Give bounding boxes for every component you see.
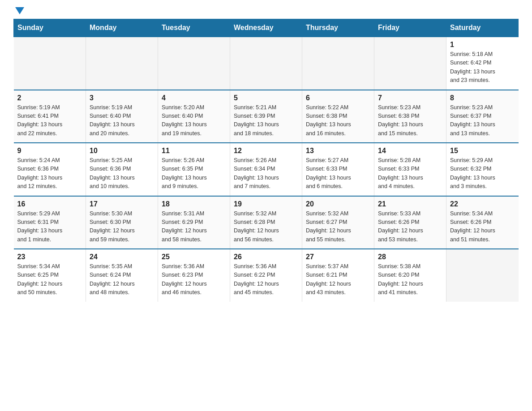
logo-triangle-icon bbox=[15, 7, 24, 14]
day-info: Sunrise: 5:23 AM Sunset: 6:38 PM Dayligh… bbox=[378, 103, 442, 138]
calendar-cell: 13Sunrise: 5:27 AM Sunset: 6:33 PM Dayli… bbox=[302, 143, 374, 196]
day-info: Sunrise: 5:20 AM Sunset: 6:40 PM Dayligh… bbox=[162, 103, 226, 138]
calendar-week-row: 23Sunrise: 5:34 AM Sunset: 6:25 PM Dayli… bbox=[14, 249, 519, 302]
weekday-header-monday: Monday bbox=[86, 19, 158, 37]
day-info: Sunrise: 5:37 AM Sunset: 6:21 PM Dayligh… bbox=[306, 262, 370, 297]
day-info: Sunrise: 5:18 AM Sunset: 6:42 PM Dayligh… bbox=[450, 50, 515, 85]
day-info: Sunrise: 5:31 AM Sunset: 6:29 PM Dayligh… bbox=[162, 210, 226, 244]
calendar-cell bbox=[446, 249, 519, 302]
weekday-header-thursday: Thursday bbox=[302, 19, 374, 37]
day-number: 6 bbox=[306, 94, 370, 102]
day-info: Sunrise: 5:34 AM Sunset: 6:25 PM Dayligh… bbox=[17, 262, 82, 297]
day-number: 5 bbox=[234, 94, 298, 102]
day-info: Sunrise: 5:26 AM Sunset: 6:34 PM Dayligh… bbox=[234, 156, 298, 191]
calendar-cell: 11Sunrise: 5:26 AM Sunset: 6:35 PM Dayli… bbox=[158, 143, 230, 196]
calendar-cell bbox=[230, 37, 302, 90]
calendar-cell: 16Sunrise: 5:29 AM Sunset: 6:31 PM Dayli… bbox=[14, 196, 86, 249]
day-number: 13 bbox=[306, 147, 370, 155]
weekday-header-wednesday: Wednesday bbox=[230, 19, 302, 37]
calendar-cell: 1Sunrise: 5:18 AM Sunset: 6:42 PM Daylig… bbox=[446, 37, 519, 90]
calendar-week-row: 1Sunrise: 5:18 AM Sunset: 6:42 PM Daylig… bbox=[14, 37, 519, 90]
calendar-cell: 25Sunrise: 5:36 AM Sunset: 6:23 PM Dayli… bbox=[158, 249, 230, 302]
weekday-header-saturday: Saturday bbox=[446, 19, 519, 37]
day-info: Sunrise: 5:33 AM Sunset: 6:26 PM Dayligh… bbox=[378, 210, 442, 244]
day-info: Sunrise: 5:35 AM Sunset: 6:24 PM Dayligh… bbox=[90, 262, 154, 297]
calendar-cell: 19Sunrise: 5:32 AM Sunset: 6:28 PM Dayli… bbox=[230, 196, 302, 249]
day-info: Sunrise: 5:36 AM Sunset: 6:23 PM Dayligh… bbox=[162, 262, 226, 297]
day-number: 22 bbox=[450, 200, 515, 208]
calendar-cell: 26Sunrise: 5:36 AM Sunset: 6:22 PM Dayli… bbox=[230, 249, 302, 302]
calendar-cell: 24Sunrise: 5:35 AM Sunset: 6:24 PM Dayli… bbox=[86, 249, 158, 302]
day-number: 11 bbox=[162, 147, 226, 155]
calendar-cell: 17Sunrise: 5:30 AM Sunset: 6:30 PM Dayli… bbox=[86, 196, 158, 249]
day-number: 9 bbox=[17, 147, 82, 155]
calendar-cell bbox=[86, 37, 158, 90]
calendar-body: 1Sunrise: 5:18 AM Sunset: 6:42 PM Daylig… bbox=[14, 37, 519, 302]
calendar-cell bbox=[374, 37, 446, 90]
calendar-cell: 2Sunrise: 5:19 AM Sunset: 6:41 PM Daylig… bbox=[14, 90, 86, 143]
day-info: Sunrise: 5:28 AM Sunset: 6:33 PM Dayligh… bbox=[378, 156, 442, 191]
day-number: 19 bbox=[234, 200, 298, 208]
day-info: Sunrise: 5:36 AM Sunset: 6:22 PM Dayligh… bbox=[234, 262, 298, 297]
calendar-cell: 6Sunrise: 5:22 AM Sunset: 6:38 PM Daylig… bbox=[302, 90, 374, 143]
calendar-cell: 7Sunrise: 5:23 AM Sunset: 6:38 PM Daylig… bbox=[374, 90, 446, 143]
day-info: Sunrise: 5:25 AM Sunset: 6:36 PM Dayligh… bbox=[90, 156, 154, 191]
calendar-header: SundayMondayTuesdayWednesdayThursdayFrid… bbox=[14, 19, 519, 37]
day-number: 8 bbox=[450, 94, 515, 102]
day-number: 3 bbox=[90, 94, 154, 102]
logo bbox=[13, 9, 24, 14]
day-info: Sunrise: 5:30 AM Sunset: 6:30 PM Dayligh… bbox=[90, 210, 154, 244]
day-info: Sunrise: 5:29 AM Sunset: 6:31 PM Dayligh… bbox=[17, 210, 82, 244]
day-number: 12 bbox=[234, 147, 298, 155]
day-number: 24 bbox=[90, 253, 154, 261]
calendar-week-row: 16Sunrise: 5:29 AM Sunset: 6:31 PM Dayli… bbox=[14, 196, 519, 249]
calendar-cell: 5Sunrise: 5:21 AM Sunset: 6:39 PM Daylig… bbox=[230, 90, 302, 143]
calendar-cell: 8Sunrise: 5:23 AM Sunset: 6:37 PM Daylig… bbox=[446, 90, 519, 143]
calendar-cell: 28Sunrise: 5:38 AM Sunset: 6:20 PM Dayli… bbox=[374, 249, 446, 302]
day-number: 16 bbox=[17, 200, 82, 208]
day-number: 1 bbox=[450, 41, 515, 49]
calendar-week-row: 9Sunrise: 5:24 AM Sunset: 6:36 PM Daylig… bbox=[14, 143, 519, 196]
day-number: 7 bbox=[378, 94, 442, 102]
day-info: Sunrise: 5:26 AM Sunset: 6:35 PM Dayligh… bbox=[162, 156, 226, 191]
calendar-cell: 3Sunrise: 5:19 AM Sunset: 6:40 PM Daylig… bbox=[86, 90, 158, 143]
calendar-cell bbox=[158, 37, 230, 90]
calendar-cell bbox=[14, 37, 86, 90]
day-number: 14 bbox=[378, 147, 442, 155]
calendar-week-row: 2Sunrise: 5:19 AM Sunset: 6:41 PM Daylig… bbox=[14, 90, 519, 143]
day-info: Sunrise: 5:23 AM Sunset: 6:37 PM Dayligh… bbox=[450, 103, 515, 138]
weekday-header-sunday: Sunday bbox=[14, 19, 86, 37]
day-info: Sunrise: 5:29 AM Sunset: 6:32 PM Dayligh… bbox=[450, 156, 515, 191]
day-number: 20 bbox=[306, 200, 370, 208]
weekday-header-row: SundayMondayTuesdayWednesdayThursdayFrid… bbox=[14, 19, 519, 37]
day-number: 26 bbox=[234, 253, 298, 261]
day-info: Sunrise: 5:32 AM Sunset: 6:27 PM Dayligh… bbox=[306, 210, 370, 244]
calendar-cell: 15Sunrise: 5:29 AM Sunset: 6:32 PM Dayli… bbox=[446, 143, 519, 196]
calendar-cell: 9Sunrise: 5:24 AM Sunset: 6:36 PM Daylig… bbox=[14, 143, 86, 196]
calendar-cell: 14Sunrise: 5:28 AM Sunset: 6:33 PM Dayli… bbox=[374, 143, 446, 196]
day-number: 18 bbox=[162, 200, 226, 208]
day-info: Sunrise: 5:19 AM Sunset: 6:41 PM Dayligh… bbox=[17, 103, 82, 138]
weekday-header-friday: Friday bbox=[374, 19, 446, 37]
calendar-cell: 23Sunrise: 5:34 AM Sunset: 6:25 PM Dayli… bbox=[14, 249, 86, 302]
day-number: 15 bbox=[450, 147, 515, 155]
day-number: 4 bbox=[162, 94, 226, 102]
day-number: 23 bbox=[17, 253, 82, 261]
calendar-table: SundayMondayTuesdayWednesdayThursdayFrid… bbox=[13, 19, 519, 302]
day-info: Sunrise: 5:24 AM Sunset: 6:36 PM Dayligh… bbox=[17, 156, 82, 191]
day-number: 2 bbox=[17, 94, 82, 102]
day-info: Sunrise: 5:34 AM Sunset: 6:26 PM Dayligh… bbox=[450, 210, 515, 244]
calendar-cell: 4Sunrise: 5:20 AM Sunset: 6:40 PM Daylig… bbox=[158, 90, 230, 143]
day-number: 27 bbox=[306, 253, 370, 261]
day-info: Sunrise: 5:22 AM Sunset: 6:38 PM Dayligh… bbox=[306, 103, 370, 138]
calendar-cell: 27Sunrise: 5:37 AM Sunset: 6:21 PM Dayli… bbox=[302, 249, 374, 302]
calendar-cell: 10Sunrise: 5:25 AM Sunset: 6:36 PM Dayli… bbox=[86, 143, 158, 196]
day-number: 25 bbox=[162, 253, 226, 261]
calendar-cell: 12Sunrise: 5:26 AM Sunset: 6:34 PM Dayli… bbox=[230, 143, 302, 196]
day-number: 28 bbox=[378, 253, 442, 261]
day-info: Sunrise: 5:38 AM Sunset: 6:20 PM Dayligh… bbox=[378, 262, 442, 297]
day-info: Sunrise: 5:32 AM Sunset: 6:28 PM Dayligh… bbox=[234, 210, 298, 244]
calendar-cell: 21Sunrise: 5:33 AM Sunset: 6:26 PM Dayli… bbox=[374, 196, 446, 249]
day-info: Sunrise: 5:21 AM Sunset: 6:39 PM Dayligh… bbox=[234, 103, 298, 138]
page-header bbox=[13, 9, 519, 14]
